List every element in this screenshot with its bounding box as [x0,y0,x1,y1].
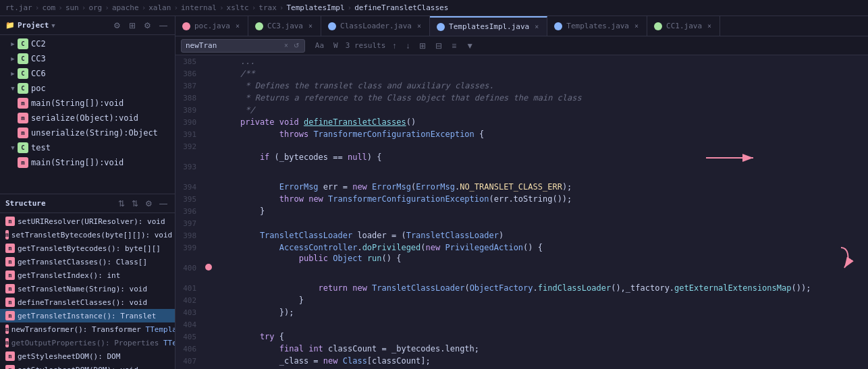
struct-label: getOutputProperties(): Properties TTempl… [11,339,175,347]
search-input[interactable] [186,41,280,50]
search-filter-button[interactable]: ≡ [449,40,459,52]
struct-item-settransletbytecodes[interactable]: m setTransletBytecodes(byte[][]): void [0,228,175,242]
breadcrumb-item[interactable]: trax [259,3,277,12]
breadcrumb-item[interactable]: sun [65,3,79,12]
breadcrumb-item[interactable]: xsltc [227,3,249,12]
breadcrumb-item[interactable]: internal [181,3,217,12]
struct-item-seturiresolver[interactable]: m setURIResolver(URIResolver): void [0,215,175,228]
struct-label: setTransletBytecodes(byte[][]): void [11,231,172,239]
tree-item-cc3[interactable]: ▶ C CC3 [0,51,175,66]
struct-item-gettransletinstance[interactable]: m getTransletInstance(): Translet [0,309,175,322]
tab-poc-java[interactable]: poc.java × [175,16,248,36]
sidebar-layout-button[interactable]: ⊞ [127,19,138,32]
code-line: 388 * Returns a reference to the Class o… [175,92,868,104]
struct-label: defineTransletClasses(): void [18,298,147,307]
code-line: 404 [175,318,868,331]
struct-item-setstylesheetdom[interactable]: m setStylesheetDOM(DOM): void [0,363,175,369]
tree-item-test-main[interactable]: m main(String[]):void [0,155,175,170]
tab-templates-java[interactable]: Templates.java × [547,16,647,36]
struct-item-gettransletclasses[interactable]: m getTransletClasses(): Class[] [0,255,175,268]
tree-item-test[interactable]: ▼ C test [0,140,175,155]
close-icon[interactable]: × [416,21,423,31]
code-line: 395 throw new TransformerConfigurationEx… [175,193,868,205]
breadcrumb-item[interactable]: rt.jar [5,3,32,12]
method-icon: m [5,271,15,280]
sidebar-settings-button[interactable]: ⚙ [111,19,123,32]
method-icon: m [5,351,15,361]
breadcrumb-item[interactable]: org [88,3,102,12]
breakpoint-400[interactable] [205,264,212,271]
tab-icon-templatesimpl [437,23,445,31]
code-line: 407 _class = new Class[classCount]; [175,355,868,367]
structure-header: Structure ⇅ ⇅ ⚙ — [0,194,175,213]
class-icon-cc3: C [18,53,28,64]
close-icon[interactable]: × [633,21,640,31]
search-expand-button[interactable]: ⊞ [416,40,429,52]
code-editor[interactable]: 385 ... 386 /** 387 * Defines the transl… [175,55,868,369]
tree-item-poc-serialize[interactable]: m serialize(Object):void [0,111,175,125]
tree-label-poc: poc [31,84,46,93]
search-options2-button[interactable]: ⊟ [433,40,445,52]
struct-label: getTransletInstance(): Translet [18,312,156,320]
search-filter2-button[interactable]: ▼ [463,40,477,52]
tree-item-cc6[interactable]: ▶ C CC6 [0,66,175,81]
project-tree: ▶ C CC2 ▶ C CC3 ▶ C CC6 ▼ C [0,35,175,194]
match-case-button[interactable]: Aa [312,40,327,51]
tab-label-poc: poc.java [194,22,230,30]
tree-item-cc2[interactable]: ▶ C CC2 [0,36,175,51]
tab-icon-cc1 [654,22,662,30]
sort-alpha-button[interactable]: ⇅ [130,197,140,210]
struct-item-settransletname[interactable]: m setTransletName(String): void [0,282,175,295]
whole-word-button[interactable]: W [330,40,342,51]
tree-item-poc[interactable]: ▼ C poc [0,81,175,96]
breadcrumb-bar: rt.jar › com › sun › org › apache › xala… [0,0,868,16]
breadcrumb-item[interactable]: apache [112,3,139,12]
struct-item-definetransletclasses[interactable]: m defineTransletClasses(): void [0,295,175,309]
struct-item-newtransformer[interactable]: m newTransformer(): Transformer TTemplat… [0,322,175,336]
chevron-right-icon: ▶ [8,70,18,77]
struct-item-gettransletindex[interactable]: m getTransletIndex(): int [0,268,175,282]
close-icon[interactable]: × [307,21,314,31]
struct-item-gettransletbytecodes[interactable]: m getTransletBytecodes(): byte[][] [0,242,175,255]
struct-item-getstylesheetdom[interactable]: m getStylesheetDOM(): DOM [0,349,175,363]
class-icon-test: C [18,142,28,153]
tree-item-poc-unserialize[interactable]: m unserialize(String):Object [0,125,175,140]
code-line: 392 [175,140,868,152]
sidebar-gear-button[interactable]: ⚙ [142,19,153,32]
tab-cc1-java[interactable]: CC1.java × [647,16,720,36]
search-next-button[interactable]: ↓ [403,40,412,52]
breadcrumb-active-method[interactable]: defineTransletClasses [354,3,448,12]
struct-label: getTransletIndex(): int [18,271,120,280]
tab-cc3-java[interactable]: CC3.java × [248,16,321,36]
struct-label: getTransletClasses(): Class[] [18,258,147,266]
tree-item-poc-main[interactable]: m main(String[]):void [0,96,175,111]
search-prev-button[interactable]: ↑ [389,40,399,52]
tab-classloader-java[interactable]: ClassLoader.java × [321,16,430,36]
code-line: 391 throws TransformerConfigurationExcep… [175,128,868,140]
close-icon[interactable]: × [533,22,540,32]
structure-settings-button[interactable]: ⚙ [143,197,155,210]
method-icon: m [5,217,15,226]
tab-templatesimpl-java[interactable]: TemplatesImpl.java × [430,16,547,36]
tree-label-poc-unserialize: unserialize(String):Object [31,128,158,138]
tab-icon-templates [554,22,562,30]
code-line: 390 private void defineTransletClasses() [175,116,868,128]
structure-close-button[interactable]: — [157,197,169,210]
struct-item-getoutputproperties[interactable]: m getOutputProperties(): Properties TTem… [0,336,175,349]
breadcrumb-item[interactable]: com [42,3,55,12]
code-line: 405 try { [175,331,868,343]
breadcrumb-item[interactable]: xalan [148,3,171,12]
structure-list: m setURIResolver(URIResolver): void m se… [0,213,175,369]
struct-label: setURIResolver(URIResolver): void [18,217,165,226]
code-line: 385 ... [175,55,868,67]
search-refresh-button[interactable]: ↺ [292,42,300,49]
sort-button[interactable]: ⇅ [116,197,127,210]
code-line: 397 [175,217,868,229]
tabs-bar: poc.java × CC3.java × ClassLoader.java ×… [175,16,868,36]
breadcrumb-active-class[interactable]: TemplatesImpl [286,3,344,12]
arrow-annotation-393 [706,151,760,165]
close-icon[interactable]: × [234,21,241,31]
close-icon[interactable]: × [706,21,713,31]
search-clear-button[interactable]: × [283,42,290,49]
sidebar-close-button[interactable]: — [157,19,169,32]
